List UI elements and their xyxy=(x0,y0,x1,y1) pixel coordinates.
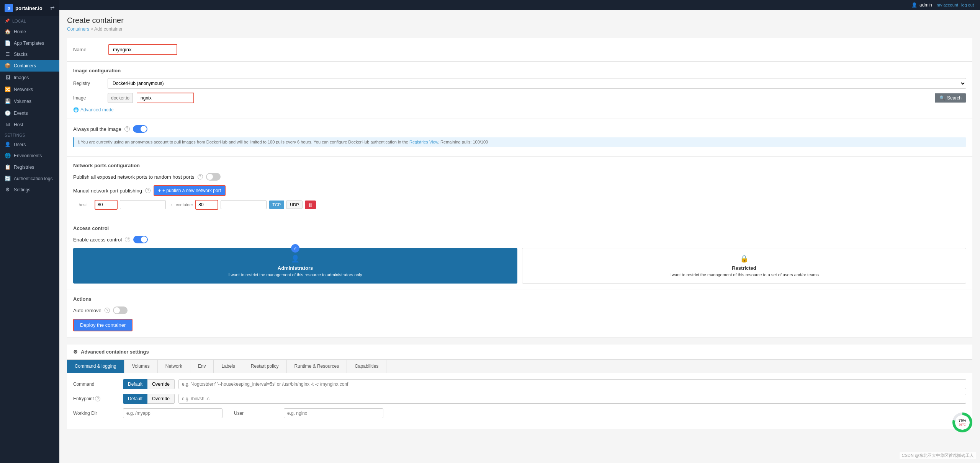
my-account-link[interactable]: my account xyxy=(937,3,958,7)
command-input[interactable] xyxy=(178,379,966,389)
user-input[interactable] xyxy=(284,408,383,418)
working-dir-label: Working Dir xyxy=(73,411,119,416)
tab-volumes[interactable]: Volumes xyxy=(124,360,158,373)
sidebar-group-app-templates[interactable]: 📄 App Templates xyxy=(0,37,59,49)
command-override-btn[interactable]: Override xyxy=(147,379,175,389)
actions-title: Actions xyxy=(73,296,966,302)
sidebar-logo: p portainer.io ⇄ xyxy=(0,0,59,16)
search-button[interactable]: 🔍 Search xyxy=(935,93,966,103)
host-label: host xyxy=(73,202,92,207)
access-cards: ✓ 👤 Administrators I want to restrict th… xyxy=(73,248,966,284)
tab-env[interactable]: Env xyxy=(190,360,214,373)
tab-labels[interactable]: Labels xyxy=(214,360,243,373)
name-input[interactable] xyxy=(108,44,177,55)
breadcrumb-current: Add container xyxy=(94,26,123,32)
tab-command-logging[interactable]: Command & logging xyxy=(67,360,124,373)
sidebar-group-host[interactable]: 🖥 Host xyxy=(0,119,59,130)
breadcrumb-separator: > xyxy=(90,26,94,32)
working-dir-input[interactable] xyxy=(123,408,223,418)
container-port-input[interactable] xyxy=(195,200,218,210)
image-input[interactable] xyxy=(137,93,194,103)
name-section: Name xyxy=(67,38,972,62)
sidebar-item-containers[interactable]: 📦 Containers xyxy=(0,60,59,72)
advanced-tabs: Command & logging Volumes Network Env La… xyxy=(67,360,972,373)
always-pull-help: ? xyxy=(124,126,130,132)
admin-icon: 👤 xyxy=(911,2,917,8)
manual-publish-label: Manual network port publishing xyxy=(73,188,142,194)
image-config-title: Image configuration xyxy=(73,68,966,73)
always-pull-toggle[interactable] xyxy=(133,125,147,133)
log-out-link[interactable]: log out xyxy=(961,3,974,7)
tab-restart-policy[interactable]: Restart policy xyxy=(243,360,287,373)
publish-all-toggle[interactable] xyxy=(206,173,221,181)
sidebar-item-settings[interactable]: ⚙ Settings xyxy=(0,184,59,195)
host-port-input[interactable] xyxy=(95,200,118,210)
topbar: 👤 admin my account log out xyxy=(59,0,980,10)
udp-button[interactable]: UDP xyxy=(286,201,302,209)
sidebar-item-auth-logs[interactable]: 🔄 Authentication logs xyxy=(0,173,59,184)
entrypoint-input[interactable] xyxy=(178,394,966,404)
adv-content: Command Default Override Entrypoint ? De… xyxy=(67,373,972,429)
delete-port-button[interactable]: 🗑 xyxy=(305,201,316,209)
admin-card-title: Administrators xyxy=(278,265,313,271)
sidebar-item-label: Home xyxy=(14,29,26,34)
breadcrumb-containers[interactable]: Containers xyxy=(67,26,89,32)
tab-capabilities[interactable]: Capabilities xyxy=(347,360,386,373)
advanced-mode-link[interactable]: 🌐 Advanced mode xyxy=(73,107,966,112)
enable-access-toggle[interactable] xyxy=(133,236,148,243)
sidebar-item-label: Environments xyxy=(14,153,42,158)
topbar-admin: 👤 admin xyxy=(911,2,932,8)
environments-icon: 🌐 xyxy=(5,153,11,158)
auto-remove-help: ? xyxy=(105,308,110,313)
registries-view-link[interactable]: Registries View xyxy=(409,140,438,144)
sidebar-item-networks[interactable]: 🔀 Networks xyxy=(0,83,59,95)
sidebar-group-stacks[interactable]: ☰ Stacks xyxy=(0,49,59,60)
deploy-button[interactable]: Deploy the container xyxy=(73,319,133,331)
image-prefix: docker.io xyxy=(108,93,133,103)
arrow-icon: → xyxy=(168,202,173,208)
tab-network[interactable]: Network xyxy=(158,360,190,373)
host-port-range-input[interactable] xyxy=(120,200,166,209)
images-icon: 🖼 xyxy=(5,75,11,80)
container-label: container xyxy=(176,202,193,207)
sidebar-item-label: Registries xyxy=(14,165,34,170)
sidebar-item-images[interactable]: 🖼 Images xyxy=(0,72,59,83)
entrypoint-default-btn[interactable]: Default xyxy=(123,394,147,404)
sidebar-item-users[interactable]: 👤 Users xyxy=(0,139,59,150)
advanced-settings-section: ⚙ Advanced container settings Command & … xyxy=(67,344,972,429)
tcp-button[interactable]: TCP xyxy=(269,201,284,209)
entrypoint-override-btn[interactable]: Override xyxy=(147,394,175,404)
restricted-access-card[interactable]: 🔒 Restricted I want to restrict the mana… xyxy=(522,248,966,284)
gauge-inner: 79% 52°C xyxy=(955,415,970,430)
volumes-icon: 💾 xyxy=(5,98,11,104)
sidebar-item-label: Authentication logs xyxy=(14,176,52,181)
pull-info: ℹ You are currently using an anonymous a… xyxy=(73,137,966,147)
publish-new-port-button[interactable]: + + publish a new network port xyxy=(154,185,226,196)
gauge-circle: 79% 52°C xyxy=(952,412,972,432)
sidebar-item-registries[interactable]: 📋 Registries xyxy=(0,161,59,173)
sidebar-item-environments[interactable]: 🌐 Environments xyxy=(0,150,59,161)
sidebar-item-volumes[interactable]: 💾 Volumes xyxy=(0,95,59,107)
container-port-range-input[interactable] xyxy=(221,200,267,209)
auto-remove-toggle[interactable] xyxy=(113,306,128,314)
command-label: Command xyxy=(73,381,119,387)
restricted-card-wrapper: 🔒 Restricted I want to restrict the mana… xyxy=(522,248,966,284)
main-content: 👤 admin my account log out Create contai… xyxy=(59,0,980,463)
restricted-card-desc: I want to restrict the management of thi… xyxy=(669,272,819,277)
sidebar-item-label: Networks xyxy=(14,87,33,92)
admin-card-icon: 👤 xyxy=(291,254,299,263)
access-title: Access control xyxy=(73,225,966,231)
gauge-temp: 52°C xyxy=(959,423,966,426)
image-label: Image xyxy=(73,95,104,101)
sidebar-item-events[interactable]: 🕐 Events xyxy=(0,107,59,119)
command-default-btn[interactable]: Default xyxy=(123,379,147,389)
tab-runtime-resources[interactable]: Runtime & Resources xyxy=(287,360,347,373)
registry-select[interactable]: DockerHub (anonymous) xyxy=(108,78,966,89)
transfer-icon[interactable]: ⇄ xyxy=(50,5,55,11)
always-pull-label: Always pull the image xyxy=(73,126,121,132)
logo-icon: p xyxy=(5,4,13,12)
sidebar-item-home[interactable]: 🏠 Home xyxy=(0,26,59,37)
advanced-settings-title: Advanced container settings xyxy=(81,349,149,355)
admin-access-card[interactable]: 👤 Administrators I want to restrict the … xyxy=(73,248,517,284)
image-config-section: Image configuration Registry DockerHub (… xyxy=(67,62,972,119)
